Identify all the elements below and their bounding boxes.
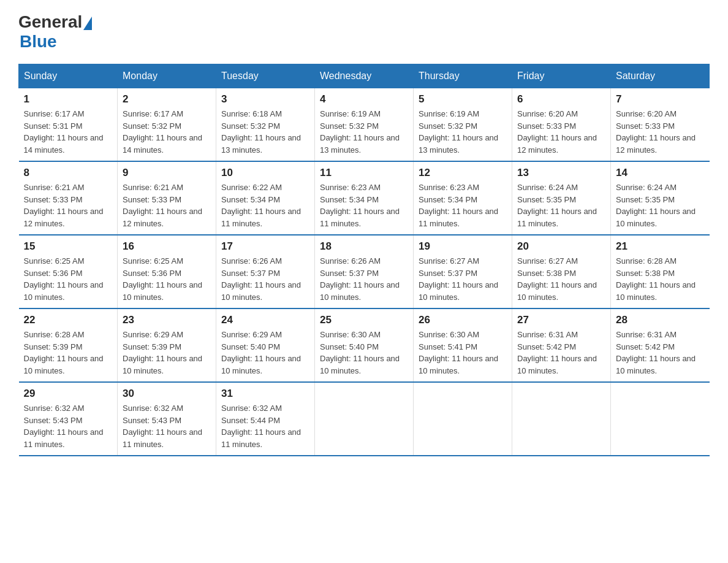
- calendar-cell: [315, 382, 414, 456]
- day-info: Sunrise: 6:26 AMSunset: 5:37 PMDaylight:…: [221, 256, 301, 302]
- calendar-cell: 27 Sunrise: 6:31 AMSunset: 5:42 PMDaylig…: [512, 308, 611, 382]
- logo: General Blue: [18, 12, 92, 52]
- day-number: 13: [517, 167, 605, 179]
- calendar-cell: 22 Sunrise: 6:28 AMSunset: 5:39 PMDaylig…: [19, 308, 118, 382]
- day-info: Sunrise: 6:17 AMSunset: 5:32 PMDaylight:…: [123, 109, 202, 155]
- day-number: 2: [123, 93, 211, 105]
- calendar-cell: 26 Sunrise: 6:30 AMSunset: 5:41 PMDaylig…: [414, 308, 512, 382]
- day-info: Sunrise: 6:32 AMSunset: 5:43 PMDaylight:…: [123, 404, 202, 449]
- calendar-cell: 11 Sunrise: 6:23 AMSunset: 5:34 PMDaylig…: [315, 161, 414, 235]
- day-info: Sunrise: 6:21 AMSunset: 5:33 PMDaylight:…: [123, 183, 202, 228]
- calendar-cell: [611, 382, 710, 456]
- day-number: 27: [517, 314, 605, 326]
- day-info: Sunrise: 6:17 AMSunset: 5:31 PMDaylight:…: [24, 109, 104, 155]
- day-number: 8: [24, 167, 113, 179]
- calendar-cell: 12 Sunrise: 6:23 AMSunset: 5:34 PMDaylig…: [414, 161, 512, 235]
- calendar-cell: 8 Sunrise: 6:21 AMSunset: 5:33 PMDayligh…: [19, 161, 118, 235]
- day-number: 12: [419, 167, 507, 179]
- day-info: Sunrise: 6:23 AMSunset: 5:34 PMDaylight:…: [419, 183, 498, 228]
- day-number: 28: [616, 314, 705, 326]
- day-number: 20: [517, 240, 605, 253]
- day-number: 16: [123, 240, 211, 253]
- day-info: Sunrise: 6:20 AMSunset: 5:33 PMDaylight:…: [616, 109, 696, 155]
- day-info: Sunrise: 6:26 AMSunset: 5:37 PMDaylight:…: [320, 256, 400, 302]
- calendar-cell: 7 Sunrise: 6:20 AMSunset: 5:33 PMDayligh…: [611, 88, 710, 162]
- day-number: 31: [221, 388, 309, 400]
- day-number: 22: [24, 314, 113, 326]
- day-info: Sunrise: 6:25 AMSunset: 5:36 PMDaylight:…: [24, 256, 104, 302]
- calendar-week-row: 1 Sunrise: 6:17 AMSunset: 5:31 PMDayligh…: [19, 88, 710, 162]
- day-number: 6: [517, 93, 605, 105]
- day-info: Sunrise: 6:32 AMSunset: 5:44 PMDaylight:…: [221, 404, 301, 449]
- day-info: Sunrise: 6:22 AMSunset: 5:34 PMDaylight:…: [221, 183, 301, 228]
- day-number: 18: [320, 240, 408, 253]
- calendar-cell: 3 Sunrise: 6:18 AMSunset: 5:32 PMDayligh…: [216, 88, 315, 162]
- calendar-week-row: 8 Sunrise: 6:21 AMSunset: 5:33 PMDayligh…: [19, 161, 710, 235]
- logo-blue-text: Blue: [20, 32, 57, 52]
- calendar-cell: 13 Sunrise: 6:24 AMSunset: 5:35 PMDaylig…: [512, 161, 611, 235]
- header-tuesday: Tuesday: [216, 64, 315, 88]
- calendar-table: SundayMondayTuesdayWednesdayThursdayFrid…: [18, 64, 710, 456]
- calendar-cell: 21 Sunrise: 6:28 AMSunset: 5:38 PMDaylig…: [611, 235, 710, 308]
- day-info: Sunrise: 6:24 AMSunset: 5:35 PMDaylight:…: [517, 183, 597, 228]
- day-info: Sunrise: 6:32 AMSunset: 5:43 PMDaylight:…: [24, 404, 104, 449]
- header-thursday: Thursday: [414, 64, 512, 88]
- calendar-cell: 5 Sunrise: 6:19 AMSunset: 5:32 PMDayligh…: [414, 88, 512, 162]
- logo-triangle-icon: [83, 17, 92, 30]
- day-number: 4: [320, 93, 408, 105]
- calendar-cell: 16 Sunrise: 6:25 AMSunset: 5:36 PMDaylig…: [118, 235, 216, 308]
- day-number: 23: [123, 314, 211, 326]
- day-number: 10: [221, 167, 309, 179]
- day-number: 9: [123, 167, 211, 179]
- calendar-week-row: 15 Sunrise: 6:25 AMSunset: 5:36 PMDaylig…: [19, 235, 710, 308]
- calendar-cell: 4 Sunrise: 6:19 AMSunset: 5:32 PMDayligh…: [315, 88, 414, 162]
- calendar-cell: 20 Sunrise: 6:27 AMSunset: 5:38 PMDaylig…: [512, 235, 611, 308]
- day-number: 3: [221, 93, 309, 105]
- calendar-cell: [414, 382, 512, 456]
- day-info: Sunrise: 6:19 AMSunset: 5:32 PMDaylight:…: [320, 109, 400, 155]
- day-number: 26: [419, 314, 507, 326]
- calendar-cell: 30 Sunrise: 6:32 AMSunset: 5:43 PMDaylig…: [118, 382, 216, 456]
- day-info: Sunrise: 6:31 AMSunset: 5:42 PMDaylight:…: [517, 330, 597, 375]
- calendar-cell: 31 Sunrise: 6:32 AMSunset: 5:44 PMDaylig…: [216, 382, 315, 456]
- day-info: Sunrise: 6:29 AMSunset: 5:39 PMDaylight:…: [123, 330, 202, 375]
- day-info: Sunrise: 6:20 AMSunset: 5:33 PMDaylight:…: [517, 109, 597, 155]
- calendar-cell: 2 Sunrise: 6:17 AMSunset: 5:32 PMDayligh…: [118, 88, 216, 162]
- calendar-cell: [512, 382, 611, 456]
- page-header: General Blue: [18, 12, 710, 52]
- day-number: 17: [221, 240, 309, 253]
- calendar-cell: 6 Sunrise: 6:20 AMSunset: 5:33 PMDayligh…: [512, 88, 611, 162]
- header-wednesday: Wednesday: [315, 64, 414, 88]
- day-info: Sunrise: 6:27 AMSunset: 5:38 PMDaylight:…: [517, 256, 597, 302]
- day-number: 19: [419, 240, 507, 253]
- day-info: Sunrise: 6:28 AMSunset: 5:39 PMDaylight:…: [24, 330, 104, 375]
- calendar-cell: 17 Sunrise: 6:26 AMSunset: 5:37 PMDaylig…: [216, 235, 315, 308]
- calendar-cell: 9 Sunrise: 6:21 AMSunset: 5:33 PMDayligh…: [118, 161, 216, 235]
- day-number: 1: [24, 93, 113, 105]
- header-saturday: Saturday: [611, 64, 710, 88]
- day-info: Sunrise: 6:30 AMSunset: 5:41 PMDaylight:…: [419, 330, 498, 375]
- day-info: Sunrise: 6:28 AMSunset: 5:38 PMDaylight:…: [616, 256, 696, 302]
- header-sunday: Sunday: [19, 64, 118, 88]
- day-info: Sunrise: 6:24 AMSunset: 5:35 PMDaylight:…: [616, 183, 696, 228]
- day-info: Sunrise: 6:25 AMSunset: 5:36 PMDaylight:…: [123, 256, 202, 302]
- calendar-cell: 24 Sunrise: 6:29 AMSunset: 5:40 PMDaylig…: [216, 308, 315, 382]
- header-monday: Monday: [118, 64, 216, 88]
- day-info: Sunrise: 6:29 AMSunset: 5:40 PMDaylight:…: [221, 330, 301, 375]
- calendar-cell: 23 Sunrise: 6:29 AMSunset: 5:39 PMDaylig…: [118, 308, 216, 382]
- calendar-cell: 28 Sunrise: 6:31 AMSunset: 5:42 PMDaylig…: [611, 308, 710, 382]
- day-number: 14: [616, 167, 705, 179]
- calendar-cell: 10 Sunrise: 6:22 AMSunset: 5:34 PMDaylig…: [216, 161, 315, 235]
- day-number: 5: [419, 93, 507, 105]
- day-number: 15: [24, 240, 113, 253]
- calendar-cell: 1 Sunrise: 6:17 AMSunset: 5:31 PMDayligh…: [19, 88, 118, 162]
- calendar-cell: 19 Sunrise: 6:27 AMSunset: 5:37 PMDaylig…: [414, 235, 512, 308]
- day-info: Sunrise: 6:31 AMSunset: 5:42 PMDaylight:…: [616, 330, 696, 375]
- day-info: Sunrise: 6:18 AMSunset: 5:32 PMDaylight:…: [221, 109, 301, 155]
- calendar-week-row: 29 Sunrise: 6:32 AMSunset: 5:43 PMDaylig…: [19, 382, 710, 456]
- calendar-cell: 25 Sunrise: 6:30 AMSunset: 5:40 PMDaylig…: [315, 308, 414, 382]
- calendar-cell: 15 Sunrise: 6:25 AMSunset: 5:36 PMDaylig…: [19, 235, 118, 308]
- day-info: Sunrise: 6:19 AMSunset: 5:32 PMDaylight:…: [419, 109, 498, 155]
- day-number: 30: [123, 388, 211, 400]
- day-info: Sunrise: 6:21 AMSunset: 5:33 PMDaylight:…: [24, 183, 104, 228]
